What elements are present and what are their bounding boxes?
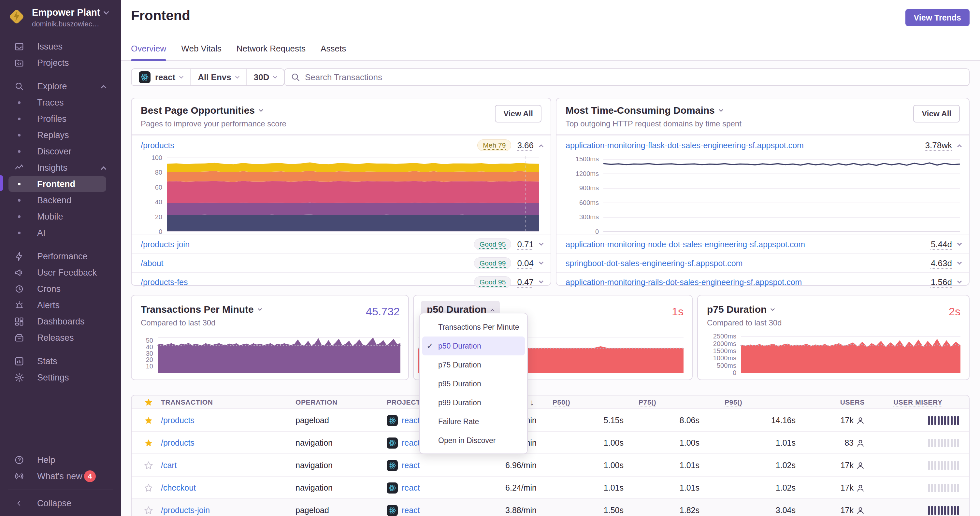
- menu-item-open-in-discover[interactable]: ✓Open in Discover: [420, 431, 527, 450]
- sidebar-collapse-button[interactable]: Collapse: [0, 495, 121, 511]
- view-all-button[interactable]: View All: [495, 105, 541, 122]
- sidebar-group-insights[interactable]: Insights: [0, 160, 121, 176]
- domain-link[interactable]: application-monitoring-flask-dot-sales-e…: [566, 141, 804, 150]
- sidebar-item-alerts[interactable]: Alerts: [0, 297, 121, 313]
- transaction-cell[interactable]: /products-join: [161, 499, 210, 516]
- page-link[interactable]: /about: [141, 259, 164, 268]
- tab-assets[interactable]: Assets: [321, 44, 346, 60]
- transaction-cell[interactable]: /products: [161, 432, 194, 454]
- star-column-header[interactable]: [144, 395, 153, 409]
- star-cell[interactable]: [144, 432, 153, 454]
- column-header-users[interactable]: USERS: [816, 395, 865, 409]
- project-cell[interactable]: react: [387, 432, 420, 454]
- sidebar-group-explore[interactable]: Explore: [0, 78, 121, 94]
- chevron-down-icon[interactable]: [957, 241, 962, 246]
- sidebar-item-ai[interactable]: AI: [0, 225, 121, 241]
- sidebar-item-backend[interactable]: Backend: [0, 192, 121, 208]
- star-outline-icon[interactable]: [144, 483, 153, 492]
- column-header-transaction[interactable]: TRANSACTION: [161, 395, 213, 409]
- table-row[interactable]: /products-joinpageloadreact3.88/min1.50s…: [132, 499, 969, 516]
- column-header-p95[interactable]: P95(): [725, 395, 742, 409]
- star-cell[interactable]: [144, 409, 153, 432]
- project-filter[interactable]: react: [132, 69, 190, 85]
- sidebar-item-profiles[interactable]: Profiles: [0, 111, 121, 127]
- table-row[interactable]: /cartnavigationreact6.96/min1.00s1.01s1.…: [132, 454, 969, 476]
- sidebar-item-traces[interactable]: Traces: [0, 94, 121, 111]
- view-all-button[interactable]: View All: [913, 105, 960, 122]
- star-cell[interactable]: [144, 454, 153, 476]
- sidebar-item-mobile[interactable]: Mobile: [0, 208, 121, 225]
- domain-row-flask[interactable]: application-monitoring-flask-dot-sales-e…: [557, 135, 969, 155]
- opportunity-row-products-join[interactable]: /products-join Good 950.71: [132, 235, 550, 254]
- opportunity-row-products-fes[interactable]: /products-fes Good 950.47: [132, 272, 550, 291]
- menu-item-tpm[interactable]: ✓Transactions Per Minute: [420, 318, 527, 337]
- menu-item-p50[interactable]: ✓p50 Duration: [422, 337, 525, 356]
- env-filter[interactable]: All Envs: [190, 69, 246, 85]
- p75-metric-selector[interactable]: p75 Duration: [698, 295, 969, 315]
- star-icon[interactable]: [144, 438, 153, 448]
- tab-network-requests[interactable]: Network Requests: [237, 44, 305, 60]
- column-header-p75[interactable]: P75(): [639, 395, 656, 409]
- table-row[interactable]: /checkoutnavigationreact6.24/min1.01s1.0…: [132, 476, 969, 499]
- sidebar-item-settings[interactable]: Settings: [0, 369, 121, 386]
- chevron-down-icon[interactable]: [957, 260, 962, 265]
- chevron-down-icon[interactable]: [957, 279, 962, 283]
- tab-overview[interactable]: Overview: [131, 44, 166, 60]
- column-header-operation[interactable]: OPERATION: [296, 395, 337, 409]
- panel-title[interactable]: Most Time-Consuming Domains: [566, 105, 715, 116]
- sidebar-item-help[interactable]: Help: [0, 452, 121, 468]
- sidebar-item-issues[interactable]: Issues: [0, 38, 121, 55]
- org-switcher[interactable]: Empower Plant dominik.buszowiec…: [7, 7, 108, 29]
- project-cell[interactable]: react: [387, 499, 420, 516]
- sidebar-item-projects[interactable]: Projects: [0, 55, 121, 71]
- opportunity-row-products[interactable]: /products Meh 79 3.66: [132, 135, 550, 155]
- star-cell[interactable]: [144, 476, 153, 499]
- column-header-project[interactable]: PROJECT: [387, 395, 420, 409]
- project-cell[interactable]: react: [387, 476, 420, 499]
- page-link[interactable]: /products-join: [141, 240, 189, 249]
- domain-row-rails[interactable]: application-monitoring-rails-dot-sales-e…: [557, 272, 969, 291]
- page-link[interactable]: /products: [141, 141, 174, 150]
- column-header-p50[interactable]: P50(): [552, 395, 570, 409]
- table-row[interactable]: /productsnavigationreact/min1.00s1.00s1.…: [132, 432, 969, 454]
- transaction-cell[interactable]: /checkout: [161, 476, 196, 499]
- domain-link[interactable]: application-monitoring-node-dot-sales-en…: [566, 240, 805, 249]
- sidebar-item-stats[interactable]: Stats: [0, 353, 121, 369]
- chevron-down-icon[interactable]: [539, 241, 543, 246]
- sidebar-item-performance[interactable]: Performance: [0, 248, 121, 265]
- menu-item-failure-rate[interactable]: ✓Failure Rate: [420, 412, 527, 431]
- star-icon[interactable]: [144, 416, 153, 425]
- sidebar-item-frontend[interactable]: Frontend: [0, 176, 121, 192]
- menu-item-p95[interactable]: ✓p95 Duration: [420, 374, 527, 393]
- chevron-down-icon[interactable]: [539, 260, 543, 265]
- sidebar-item-releases[interactable]: Releases: [0, 330, 121, 346]
- page-link[interactable]: /products-fes: [141, 278, 188, 287]
- star-cell[interactable]: [144, 499, 153, 516]
- panel-title[interactable]: Best Page Opportunities: [141, 105, 255, 116]
- sort-descending-icon[interactable]: ↓: [530, 395, 534, 409]
- menu-item-p75[interactable]: ✓p75 Duration: [420, 356, 527, 374]
- project-cell[interactable]: react: [387, 409, 420, 432]
- star-outline-icon[interactable]: [144, 461, 153, 470]
- column-header-user-misery[interactable]: USER MISERY: [893, 395, 943, 409]
- transaction-cell[interactable]: /cart: [161, 454, 177, 476]
- table-row[interactable]: /productspageloadreact/min5.15s8.06s14.1…: [132, 409, 969, 432]
- menu-item-p99[interactable]: ✓p99 Duration: [420, 393, 527, 412]
- project-cell[interactable]: react: [387, 454, 420, 476]
- tab-web-vitals[interactable]: Web Vitals: [181, 44, 221, 60]
- domain-link[interactable]: application-monitoring-rails-dot-sales-e…: [566, 278, 802, 287]
- sidebar-item-replays[interactable]: Replays: [0, 127, 121, 143]
- star-outline-icon[interactable]: [144, 506, 153, 515]
- search-input[interactable]: [305, 72, 963, 83]
- view-trends-button[interactable]: View Trends: [905, 9, 970, 26]
- sidebar-item-whats-new[interactable]: What's new 4: [0, 468, 121, 484]
- sidebar-item-crons[interactable]: Crons: [0, 281, 121, 297]
- opportunity-row-about[interactable]: /about Good 990.04: [132, 254, 550, 272]
- sidebar-item-discover[interactable]: Discover: [0, 143, 121, 160]
- sidebar-item-user-feedback[interactable]: User Feedback: [0, 265, 121, 281]
- transaction-cell[interactable]: /products: [161, 409, 194, 432]
- date-range-filter[interactable]: 30D: [246, 69, 284, 85]
- sidebar-item-dashboards[interactable]: Dashboards: [0, 313, 121, 330]
- domain-row-springboot[interactable]: springboot-dot-sales-engineering-sf.apps…: [557, 254, 969, 272]
- domain-row-node[interactable]: application-monitoring-node-dot-sales-en…: [557, 235, 969, 254]
